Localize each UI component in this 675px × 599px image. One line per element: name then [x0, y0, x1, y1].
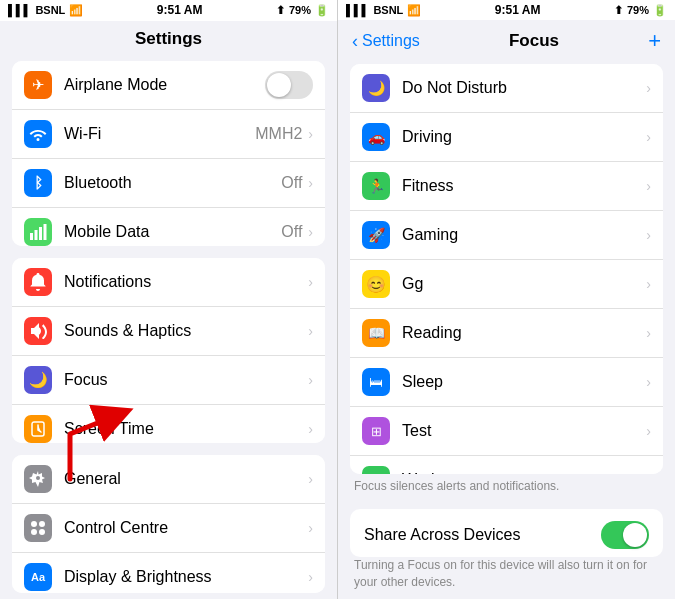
controlcentre-chevron: ›: [308, 520, 313, 536]
test-chevron: ›: [646, 423, 651, 439]
airplane-toggle[interactable]: [265, 71, 313, 99]
status-bar-left: ▌▌▌ BSNL 📶 9:51 AM ⬆ 79% 🔋: [0, 0, 337, 21]
status-right: ⬆ 79% 🔋: [276, 4, 329, 17]
wifi-icon-left: 📶: [69, 4, 83, 17]
focus-title: Focus: [509, 31, 559, 51]
focus-icon: 🌙: [24, 366, 52, 394]
focus-item-driving[interactable]: 🚗 Driving ›: [350, 113, 663, 162]
fitness-icon: 🏃: [362, 172, 390, 200]
gaming-label: Gaming: [402, 226, 644, 244]
focus-item-gg[interactable]: 😊 Gg ›: [350, 260, 663, 309]
battery-icon-right: 🔋: [653, 4, 667, 17]
bluetooth-icon: ᛒ: [24, 169, 52, 197]
bluetooth-value: Off: [281, 174, 302, 192]
connectivity-group: ✈ Airplane Mode Wi-Fi MMH2 › ᛒ Bluetooth…: [12, 61, 325, 246]
wifi-row-icon: [24, 120, 52, 148]
display-row[interactable]: Aa Display & Brightness ›: [12, 553, 325, 593]
dnd-icon: 🌙: [362, 74, 390, 102]
fitness-label: Fitness: [402, 177, 644, 195]
airplane-row[interactable]: ✈ Airplane Mode: [12, 61, 325, 110]
svg-point-5: [36, 476, 40, 480]
gaming-icon: 🚀: [362, 221, 390, 249]
svg-rect-2: [39, 227, 42, 240]
general-row[interactable]: General ›: [12, 455, 325, 504]
share-desc: Turning a Focus on for this device will …: [354, 557, 659, 591]
controlcentre-row[interactable]: Control Centre ›: [12, 504, 325, 553]
right-panel: ▌▌▌ BSNL 📶 9:51 AM ⬆ 79% 🔋 ‹ Settings Fo…: [337, 0, 675, 599]
dnd-label: Do Not Disturb: [402, 79, 644, 97]
toggle-knob: [267, 73, 291, 97]
notifications-row[interactable]: Notifications ›: [12, 258, 325, 307]
bluetooth-chevron: ›: [308, 175, 313, 191]
battery-icon-left: 🔋: [315, 4, 329, 17]
bluetooth-row[interactable]: ᛒ Bluetooth Off ›: [12, 159, 325, 208]
focus-item-reading[interactable]: 📖 Reading ›: [350, 309, 663, 358]
time-left: 9:51 AM: [157, 3, 203, 17]
display-chevron: ›: [308, 569, 313, 585]
svg-rect-1: [35, 230, 38, 240]
airplane-icon: ✈: [24, 71, 52, 99]
share-toggle[interactable]: [601, 521, 649, 549]
work-icon: 💼: [362, 466, 390, 474]
display-label: Display & Brightness: [64, 568, 306, 586]
notifications-label: Notifications: [64, 273, 306, 291]
add-focus-button[interactable]: +: [648, 28, 661, 54]
status-right-right: ⬆ 79% 🔋: [614, 4, 667, 17]
svg-rect-0: [30, 233, 33, 240]
controlcentre-label: Control Centre: [64, 519, 306, 537]
wifi-value: MMH2: [255, 125, 302, 143]
focus-item-fitness[interactable]: 🏃 Fitness ›: [350, 162, 663, 211]
time-right: 9:51 AM: [495, 3, 541, 17]
wifi-row[interactable]: Wi-Fi MMH2 ›: [12, 110, 325, 159]
focus-item-gaming[interactable]: 🚀 Gaming ›: [350, 211, 663, 260]
mobiledata-chevron: ›: [308, 224, 313, 240]
reading-chevron: ›: [646, 325, 651, 341]
status-left: ▌▌▌ BSNL 📶: [8, 4, 83, 17]
work-chevron: ›: [646, 472, 651, 474]
status-bar-right: ▌▌▌ BSNL 📶 9:51 AM ⬆ 79% 🔋: [338, 0, 675, 20]
svg-rect-3: [44, 224, 47, 240]
fitness-chevron: ›: [646, 178, 651, 194]
notifications-chevron: ›: [308, 274, 313, 290]
focus-chevron: ›: [308, 372, 313, 388]
mobiledata-label: Mobile Data: [64, 223, 281, 241]
focus-hint: Focus silences alerts and notifications.: [354, 478, 659, 495]
sounds-chevron: ›: [308, 323, 313, 339]
focus-item-donotdisturb[interactable]: 🌙 Do Not Disturb ›: [350, 64, 663, 113]
svg-point-8: [31, 529, 37, 535]
sleep-label: Sleep: [402, 373, 644, 391]
back-button[interactable]: ‹ Settings: [352, 31, 420, 52]
screentime-row[interactable]: Screen Time ›: [12, 405, 325, 443]
sleep-chevron: ›: [646, 374, 651, 390]
gaming-chevron: ›: [646, 227, 651, 243]
screentime-label: Screen Time: [64, 420, 306, 438]
sounds-row[interactable]: Sounds & Haptics ›: [12, 307, 325, 356]
gg-icon: 😊: [362, 270, 390, 298]
focus-item-sleep[interactable]: 🛏 Sleep ›: [350, 358, 663, 407]
share-label: Share Across Devices: [364, 526, 601, 544]
test-label: Test: [402, 422, 644, 440]
signal-icon-right: ▌▌▌: [346, 4, 369, 16]
share-row: Share Across Devices: [350, 509, 663, 557]
location-icon-right: ⬆: [614, 4, 623, 17]
wifi-chevron: ›: [308, 126, 313, 142]
general-label: General: [64, 470, 306, 488]
battery-right: 79%: [627, 4, 649, 16]
test-icon: ⊞: [362, 417, 390, 445]
left-panel: ▌▌▌ BSNL 📶 9:51 AM ⬆ 79% 🔋 Settings ✈ Ai…: [0, 0, 337, 599]
reading-label: Reading: [402, 324, 644, 342]
focus-row[interactable]: 🌙 Focus ›: [12, 356, 325, 405]
general-icon: [24, 465, 52, 493]
svg-point-9: [39, 529, 45, 535]
focus-item-test[interactable]: ⊞ Test ›: [350, 407, 663, 456]
display-icon: Aa: [24, 563, 52, 591]
focus-label: Focus: [64, 371, 306, 389]
notifications-icon: [24, 268, 52, 296]
share-section: Share Across Devices: [350, 509, 663, 557]
general-chevron: ›: [308, 471, 313, 487]
bluetooth-label: Bluetooth: [64, 174, 281, 192]
svg-point-7: [39, 521, 45, 527]
focus-item-work[interactable]: 💼 Work Set Up ›: [350, 456, 663, 474]
location-icon: ⬆: [276, 4, 285, 17]
mobiledata-row[interactable]: Mobile Data Off ›: [12, 208, 325, 246]
